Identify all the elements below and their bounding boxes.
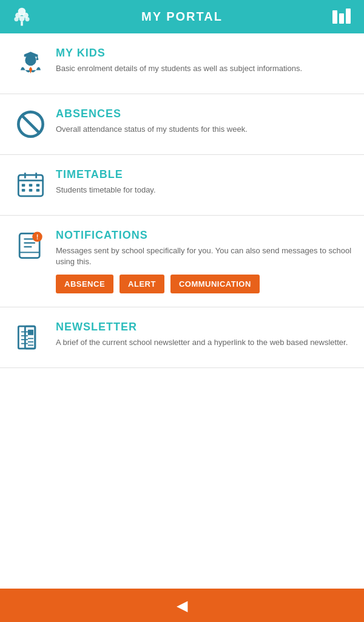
back-arrow-icon: ◀ (177, 597, 187, 614)
svg-point-5 (25, 17, 29, 21)
notifications-desc: Messages sent by school specifically for… (56, 245, 352, 267)
communication-button[interactable]: COMMUNICATION (170, 275, 260, 293)
newsletter-content: NEWSLETTER A brief of the current school… (56, 321, 352, 348)
notifications-content: NOTIFICATIONS Messages sent by school sp… (56, 229, 352, 293)
svg-rect-8 (339, 13, 344, 24)
newsletter-item[interactable]: NEWSLETTER A brief of the current school… (0, 307, 364, 368)
newsletter-desc: A brief of the current school newsletter… (56, 337, 352, 348)
app-header: MY PORTAL (0, 0, 364, 33)
svg-marker-15 (29, 67, 32, 73)
svg-rect-6 (21, 21, 23, 26)
absence-button[interactable]: ABSENCE (56, 275, 113, 293)
my-kids-desc: Basic enrolment details of my students a… (56, 63, 352, 74)
notifications-title: NOTIFICATIONS (56, 229, 352, 242)
svg-rect-25 (21, 189, 25, 192)
header-title: MY PORTAL (33, 10, 331, 24)
absences-title: ABSENCES (56, 108, 352, 120)
absences-content: ABSENCES Overall attendance status of my… (56, 108, 352, 135)
svg-rect-41 (27, 330, 33, 335)
absences-icon (12, 108, 49, 141)
svg-text:!: ! (36, 233, 38, 241)
svg-rect-9 (346, 9, 351, 24)
svg-point-3 (14, 17, 18, 21)
my-kids-icon (12, 47, 49, 80)
timetable-item[interactable]: TIMETABLE Students timetable for today. (0, 155, 364, 216)
svg-point-14 (36, 58, 38, 60)
absences-item[interactable]: ABSENCES Overall attendance status of my… (0, 94, 364, 155)
absences-desc: Overall attendance status of my students… (56, 124, 352, 135)
timetable-title: TIMETABLE (56, 168, 352, 181)
svg-rect-24 (36, 184, 39, 187)
my-kids-item[interactable]: MY KIDS Basic enrolment details of my st… (0, 33, 364, 94)
notification-buttons: ABSENCE ALERT COMMUNICATION (56, 275, 352, 293)
timetable-content: TIMETABLE Students timetable for today. (56, 168, 352, 196)
svg-rect-23 (29, 184, 32, 187)
svg-rect-26 (29, 189, 32, 192)
footer-back-button[interactable]: ◀ (0, 589, 364, 622)
timetable-desc: Students timetable for today. (56, 185, 352, 196)
svg-line-17 (21, 115, 39, 133)
svg-rect-7 (332, 10, 337, 24)
notifications-item[interactable]: ! NOTIFICATIONS Messages sent by school … (0, 216, 364, 307)
newsletter-title: NEWSLETTER (56, 321, 352, 333)
my-kids-content: MY KIDS Basic enrolment details of my st… (56, 47, 352, 74)
bars-icon[interactable] (331, 6, 353, 28)
notifications-icon: ! (12, 229, 49, 262)
app-logo-icon (11, 6, 33, 28)
svg-rect-27 (36, 189, 39, 192)
svg-point-4 (19, 16, 25, 21)
svg-rect-22 (21, 184, 25, 187)
timetable-icon (12, 168, 49, 202)
alert-button[interactable]: ALERT (120, 275, 164, 293)
my-kids-title: MY KIDS (56, 47, 352, 60)
newsletter-icon (12, 321, 49, 354)
